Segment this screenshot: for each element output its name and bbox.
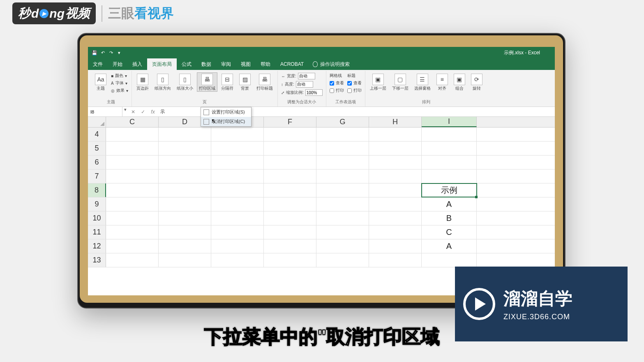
cell-G8[interactable] bbox=[316, 183, 369, 197]
tab-home[interactable]: 开始 bbox=[108, 58, 127, 70]
cell-F11[interactable] bbox=[264, 225, 316, 239]
colors-button[interactable]: ■颜色▾ bbox=[110, 72, 129, 79]
cell-D11[interactable] bbox=[159, 225, 211, 239]
name-box-dropdown[interactable]: ▾ bbox=[122, 107, 128, 116]
cell-I9[interactable]: A bbox=[422, 197, 477, 211]
cell-F9[interactable] bbox=[264, 197, 316, 211]
checkbox[interactable] bbox=[347, 81, 352, 86]
cell-E9[interactable] bbox=[211, 197, 264, 211]
group-objects-button[interactable]: ▣组合 bbox=[452, 72, 467, 92]
cell-G7[interactable] bbox=[316, 169, 369, 183]
cell-G9[interactable] bbox=[316, 197, 369, 211]
enter-icon[interactable]: ✓ bbox=[138, 107, 148, 116]
cell-G6[interactable] bbox=[316, 155, 369, 169]
cell-I7[interactable] bbox=[422, 169, 477, 183]
cell-E7[interactable] bbox=[211, 169, 264, 183]
tab-file[interactable]: 文件 bbox=[88, 58, 108, 70]
cell-D13[interactable] bbox=[159, 253, 211, 267]
height-input[interactable] bbox=[296, 81, 313, 88]
clear-print-area-item[interactable]: 取消打印区域(C) bbox=[201, 117, 251, 126]
cancel-icon[interactable]: ✕ bbox=[128, 107, 138, 116]
cell-C6[interactable] bbox=[106, 155, 159, 169]
row-header-11[interactable]: 11 bbox=[88, 225, 106, 239]
cell-I11[interactable]: C bbox=[422, 225, 477, 239]
cell-F4[interactable] bbox=[264, 128, 316, 141]
align-button[interactable]: ≡对齐 bbox=[434, 72, 450, 92]
set-print-area-item[interactable]: 设置打印区域(S) bbox=[201, 107, 251, 117]
tell-me-search[interactable]: 操作说明搜索 bbox=[309, 58, 354, 70]
cell-E8[interactable] bbox=[211, 183, 264, 197]
gridlines-view-checkbox[interactable]: 查看 bbox=[329, 80, 345, 86]
row-header-5[interactable]: 5 bbox=[88, 142, 106, 155]
tab-insert[interactable]: 插入 bbox=[127, 58, 147, 70]
cell-I5[interactable] bbox=[422, 142, 477, 155]
cell-F6[interactable] bbox=[264, 155, 316, 169]
cell-F7[interactable] bbox=[264, 169, 316, 183]
checkbox[interactable] bbox=[347, 88, 352, 93]
scale-row[interactable]: ⤢缩放比例: bbox=[280, 89, 323, 96]
cell-D7[interactable] bbox=[159, 169, 211, 183]
cell-I10[interactable]: B bbox=[422, 211, 477, 225]
selection-pane-button[interactable]: ☰选择窗格 bbox=[412, 72, 433, 92]
cell-C11[interactable] bbox=[106, 225, 159, 239]
scale-input[interactable] bbox=[305, 89, 323, 96]
cell-F10[interactable] bbox=[264, 211, 316, 225]
cell-D4[interactable] bbox=[159, 128, 211, 141]
cell-G13[interactable] bbox=[316, 253, 369, 267]
row-header-12[interactable]: 12 bbox=[88, 239, 106, 253]
background-button[interactable]: ▨背景 bbox=[237, 72, 253, 92]
cell-E4[interactable] bbox=[211, 128, 264, 141]
headings-view-checkbox[interactable]: 查看 bbox=[346, 80, 362, 86]
cell-E10[interactable] bbox=[211, 211, 264, 225]
tab-view[interactable]: 视图 bbox=[236, 58, 256, 70]
cell-D9[interactable] bbox=[159, 197, 211, 211]
gridlines-print-checkbox[interactable]: 打印 bbox=[329, 87, 345, 94]
size-button[interactable]: ▯纸张大小 bbox=[175, 72, 195, 92]
column-header-F[interactable]: F bbox=[264, 117, 316, 127]
width-input[interactable] bbox=[298, 73, 315, 79]
width-row[interactable]: ↔宽度: bbox=[280, 72, 323, 80]
cell-E6[interactable] bbox=[211, 155, 264, 169]
fonts-button[interactable]: A字体▾ bbox=[110, 80, 129, 86]
tab-page-layout[interactable]: 页面布局 bbox=[147, 58, 177, 70]
redo-icon[interactable]: ↷ bbox=[107, 49, 115, 57]
tab-acrobat[interactable]: ACROBAT bbox=[275, 58, 309, 70]
cell-E11[interactable] bbox=[211, 225, 264, 239]
bring-forward-button[interactable]: ▣上移一层 bbox=[368, 72, 388, 92]
cell-I13[interactable] bbox=[422, 253, 477, 267]
cell-E13[interactable] bbox=[211, 253, 264, 267]
themes-button[interactable]: Aa 主题 bbox=[93, 72, 108, 92]
breaks-button[interactable]: ⊟分隔符 bbox=[219, 72, 235, 92]
headings-print-checkbox[interactable]: 打印 bbox=[346, 87, 362, 94]
cell-H5[interactable] bbox=[369, 142, 422, 155]
cell-H8[interactable] bbox=[369, 183, 422, 197]
cell-G4[interactable] bbox=[316, 128, 369, 141]
row-header-10[interactable]: 10 bbox=[88, 211, 106, 225]
cell-I8[interactable]: 示例 bbox=[422, 183, 477, 197]
row-header-4[interactable]: 4 bbox=[88, 128, 106, 141]
height-row[interactable]: ↕高度: bbox=[280, 81, 323, 88]
title-bar[interactable]: 💾 ↶ ↷ ▾ 示例.xlsx - Excel bbox=[88, 47, 555, 58]
cell-C7[interactable] bbox=[106, 169, 159, 183]
rotate-button[interactable]: ⟳旋转 bbox=[469, 72, 485, 92]
name-box[interactable]: I8 bbox=[88, 107, 122, 116]
cell-H12[interactable] bbox=[369, 239, 422, 253]
cell-F13[interactable] bbox=[264, 253, 316, 267]
row-header-9[interactable]: 9 bbox=[88, 197, 106, 211]
row-header-8[interactable]: 8 bbox=[88, 183, 106, 197]
cell-C5[interactable] bbox=[106, 142, 159, 155]
margins-button[interactable]: ▦页边距 bbox=[134, 72, 151, 92]
effects-button[interactable]: ◎效果▾ bbox=[110, 87, 129, 94]
send-backward-button[interactable]: ▢下移一层 bbox=[390, 72, 411, 92]
column-header-C[interactable]: C bbox=[106, 117, 159, 127]
select-all-corner[interactable] bbox=[88, 117, 106, 127]
print-titles-button[interactable]: 🖶打印标题 bbox=[254, 72, 275, 92]
cell-I12[interactable]: A bbox=[422, 239, 477, 253]
cell-G12[interactable] bbox=[316, 239, 369, 253]
tab-help[interactable]: 帮助 bbox=[256, 58, 275, 70]
cell-H6[interactable] bbox=[369, 155, 422, 169]
cell-I4[interactable] bbox=[422, 128, 477, 141]
row-header-7[interactable]: 7 bbox=[88, 169, 106, 183]
cell-C12[interactable] bbox=[106, 239, 159, 253]
checkbox[interactable] bbox=[330, 88, 334, 93]
